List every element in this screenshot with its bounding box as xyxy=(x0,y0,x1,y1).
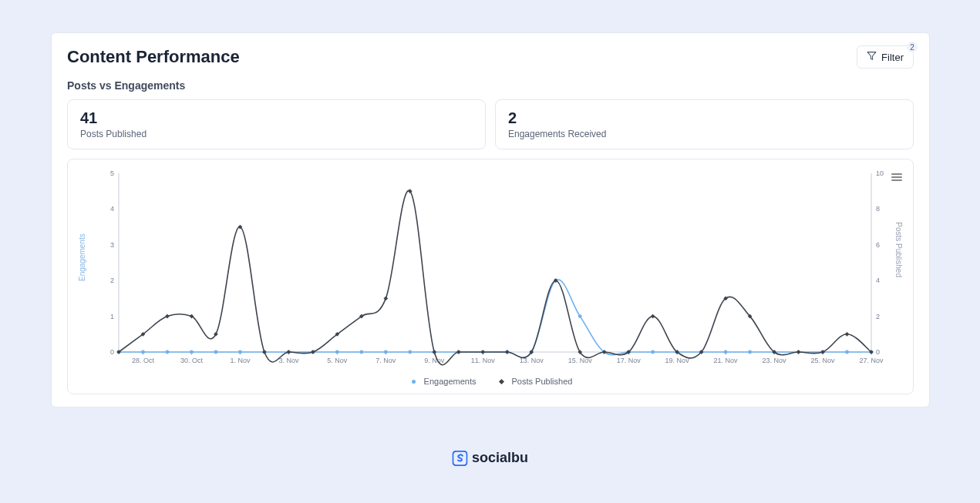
legend-label: Posts Published xyxy=(512,377,573,386)
filter-button[interactable]: Filter 2 xyxy=(857,45,914,69)
kpi-value: 41 xyxy=(80,109,473,127)
filter-label: Filter xyxy=(881,52,904,63)
right-axis-title: Posts Published xyxy=(895,222,904,277)
svg-point-60 xyxy=(408,350,412,354)
svg-point-51 xyxy=(190,350,194,354)
chart-svg: 012345024681028. Oct30. Oct1. Nov3. Nov5… xyxy=(102,169,888,369)
svg-rect-108 xyxy=(796,350,801,354)
svg-rect-102 xyxy=(651,314,655,319)
left-axis-title: Engagements xyxy=(78,233,86,281)
filter-icon xyxy=(867,51,877,63)
svg-text:4: 4 xyxy=(876,277,880,284)
svg-rect-87 xyxy=(287,350,291,354)
svg-point-50 xyxy=(166,350,170,354)
legend-marker-diamond-icon xyxy=(497,378,507,384)
svg-point-78 xyxy=(845,350,849,354)
brand-mark-icon xyxy=(452,451,467,466)
svg-rect-93 xyxy=(432,350,436,354)
kpi-row: 41 Posts Published 2 Engagements Receive… xyxy=(67,99,914,149)
svg-text:5: 5 xyxy=(110,169,114,177)
svg-rect-94 xyxy=(456,350,461,354)
svg-text:21. Nov: 21. Nov xyxy=(714,357,739,364)
svg-point-70 xyxy=(651,350,655,354)
svg-rect-91 xyxy=(383,297,388,301)
kpi-posts-published: 41 Posts Published xyxy=(67,99,486,149)
chart-area: Engagements Posts Published 012345024681… xyxy=(76,166,905,374)
svg-text:7. Nov: 7. Nov xyxy=(375,357,396,364)
kpi-engagements-received: 2 Engagements Received xyxy=(495,99,914,149)
svg-text:8: 8 xyxy=(876,205,880,213)
svg-text:4: 4 xyxy=(110,205,114,213)
svg-text:1: 1 xyxy=(110,313,114,320)
svg-point-59 xyxy=(384,350,388,354)
panel-header: Content Performance Filter 2 xyxy=(67,45,914,69)
svg-text:5. Nov: 5. Nov xyxy=(327,357,348,364)
filter-count-badge: 2 xyxy=(907,42,918,52)
svg-text:23. Nov: 23. Nov xyxy=(763,357,787,364)
svg-point-58 xyxy=(359,350,363,354)
svg-text:6: 6 xyxy=(876,241,880,249)
svg-text:17. Nov: 17. Nov xyxy=(617,357,642,364)
svg-text:3: 3 xyxy=(110,241,114,249)
svg-point-67 xyxy=(578,314,582,318)
svg-text:25. Nov: 25. Nov xyxy=(811,357,836,364)
legend-posts-published[interactable]: Posts Published xyxy=(497,377,573,386)
legend-marker-dot-icon xyxy=(409,378,419,384)
svg-text:28. Oct: 28. Oct xyxy=(132,357,155,364)
svg-rect-82 xyxy=(165,314,170,319)
svg-rect-95 xyxy=(480,350,485,354)
brand-logo: socialbu xyxy=(452,450,528,466)
legend-engagements[interactable]: Engagements xyxy=(409,377,477,386)
content-performance-panel: Content Performance Filter 2 Posts vs En… xyxy=(51,32,930,407)
svg-point-53 xyxy=(238,350,242,354)
svg-text:2: 2 xyxy=(876,313,880,320)
svg-text:11. Nov: 11. Nov xyxy=(471,357,496,364)
svg-text:0: 0 xyxy=(110,348,114,356)
page-title: Content Performance xyxy=(67,47,240,67)
brand-text: socialbu xyxy=(472,450,528,466)
kpi-value: 2 xyxy=(508,109,901,127)
svg-rect-110 xyxy=(845,332,850,337)
section-subtitle: Posts vs Engagements xyxy=(67,79,914,92)
svg-point-49 xyxy=(141,350,145,354)
legend-label: Engagements xyxy=(424,377,477,386)
svg-text:3. Nov: 3. Nov xyxy=(278,357,299,364)
svg-rect-88 xyxy=(311,350,315,354)
svg-text:2: 2 xyxy=(110,277,114,284)
svg-text:27. Nov: 27. Nov xyxy=(859,357,884,364)
svg-text:10: 10 xyxy=(876,169,884,177)
svg-rect-109 xyxy=(820,350,825,354)
svg-text:1. Nov: 1. Nov xyxy=(230,357,251,364)
svg-point-57 xyxy=(335,350,339,354)
svg-rect-86 xyxy=(262,350,267,354)
chart-legend: Engagements Posts Published xyxy=(76,377,905,386)
svg-marker-0 xyxy=(867,52,876,60)
kpi-label: Engagements Received xyxy=(508,129,901,139)
svg-text:0: 0 xyxy=(876,348,880,356)
chart-card: Engagements Posts Published 012345024681… xyxy=(67,159,914,394)
svg-text:9. Nov: 9. Nov xyxy=(424,357,445,364)
svg-point-52 xyxy=(214,350,218,354)
svg-point-74 xyxy=(748,350,752,354)
kpi-label: Posts Published xyxy=(80,129,473,139)
svg-rect-96 xyxy=(505,350,510,354)
svg-text:30. Oct: 30. Oct xyxy=(180,357,204,364)
svg-point-73 xyxy=(724,350,728,354)
